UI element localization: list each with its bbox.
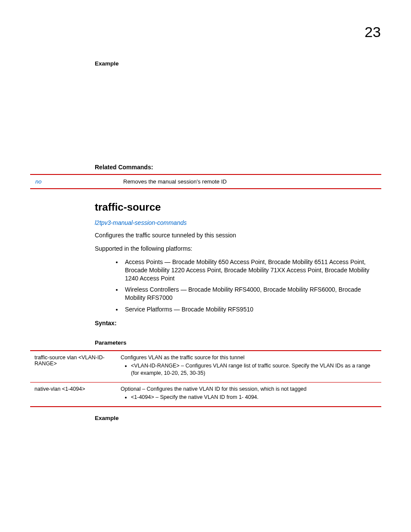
- list-item: Wireless Controllers — Brocade Mobility …: [122, 286, 381, 302]
- table-row: native-vlan <1-4094> Optional – Configur…: [30, 382, 381, 406]
- page-container: 23 Example Related Commands: no Removes …: [0, 0, 411, 443]
- content-area: Example Related Commands: no Removes the…: [95, 60, 381, 421]
- param-desc: Configures VLAN as the traffic source fo…: [121, 355, 244, 361]
- param-name: traffic-source vlan <VLAN-ID-RANGE>: [30, 351, 116, 382]
- related-commands-heading: Related Commands:: [95, 164, 381, 171]
- table-row: no Removes the manual session's remote I…: [30, 174, 381, 189]
- list-item: Access Points — Brocade Mobility 650 Acc…: [122, 258, 381, 283]
- param-desc: Optional – Configures the native VLAN ID…: [121, 386, 306, 392]
- list-item: <1-4094> – Specify the native VLAN ID fr…: [131, 394, 377, 401]
- param-desc-cell: Configures VLAN as the traffic source fo…: [116, 351, 381, 382]
- example-code-placeholder: [95, 71, 381, 164]
- section-description: Configures the traffic source tunneled b…: [95, 231, 381, 240]
- example-heading-2: Example: [95, 415, 381, 421]
- table-row: traffic-source vlan <VLAN-ID-RANGE> Conf…: [30, 351, 381, 382]
- param-desc-cell: Optional – Configures the native VLAN ID…: [116, 382, 381, 406]
- platforms-intro: Supported in the following platforms:: [95, 245, 381, 253]
- list-item: <VLAN-ID-RANGE> – Configures VLAN range …: [131, 362, 377, 377]
- page-number: 23: [364, 24, 381, 40]
- related-command-name[interactable]: no: [30, 174, 118, 189]
- platforms-list: Access Points — Brocade Mobility 650 Acc…: [95, 258, 381, 314]
- section-title: traffic-source: [95, 201, 381, 213]
- syntax-heading: Syntax:: [95, 320, 381, 327]
- related-commands-table: no Removes the manual session's remote I…: [30, 174, 381, 189]
- param-name: native-vlan <1-4094>: [30, 382, 116, 406]
- param-bullets: <VLAN-ID-RANGE> – Configures VLAN range …: [121, 362, 377, 377]
- parameters-table: traffic-source vlan <VLAN-ID-RANGE> Conf…: [30, 350, 381, 407]
- example-heading-1: Example: [95, 60, 381, 67]
- param-bullets: <1-4094> – Specify the native VLAN ID fr…: [121, 394, 377, 401]
- related-command-desc: Removes the manual session's remote ID: [118, 174, 381, 189]
- parameters-heading: Parameters: [95, 339, 381, 346]
- breadcrumb-link[interactable]: l2tpv3-manual-session-commands: [95, 219, 381, 226]
- list-item: Service Platforms — Brocade Mobility RFS…: [122, 305, 381, 314]
